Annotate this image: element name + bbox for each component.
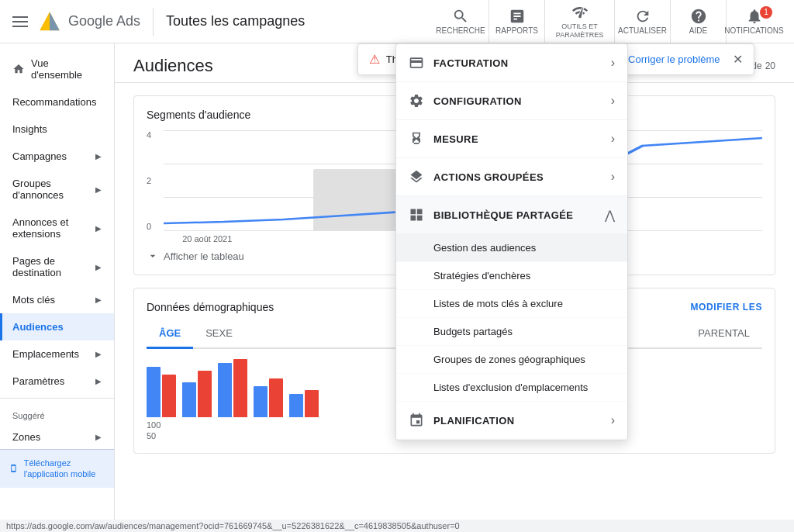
menu-actions-groupees-label: ACTIONS GROUPÉES [433,171,544,183]
logo-area: Google Ads [37,9,140,34]
groupes-zones-label: Groupes de zones géographiques [433,354,585,365]
menu-sub-listes-exclusion[interactable]: Listes d'exclusion d'emplacements [396,374,627,402]
sidebar-divider [0,398,114,399]
bar-red [305,390,319,417]
corriger-link[interactable]: Corriger le problème [628,54,720,65]
close-notification-button[interactable]: ✕ [733,52,743,67]
home-icon [12,63,25,75]
header-divider [153,8,154,36]
bar-red [233,359,247,417]
sidebar-label-insights: Insights [12,123,47,135]
sidebar-item-campagnes[interactable]: Campagnes ▶ [0,143,114,170]
google-ads-logo-icon [37,9,62,34]
sidebar-label-pages-de-destination: Pages de destination [12,255,89,278]
aide-button[interactable]: AIDE [670,0,726,43]
chart-y-labels: 4 2 0 [147,130,151,231]
tools-dropdown-menu: FACTURATION › CONFIGURATION › MESURE › A… [395,43,628,440]
sidebar-item-insights[interactable]: Insights [0,116,114,143]
menu-actions-groupees[interactable]: ACTIONS GROUPÉES › [396,158,627,196]
sidebar-item-pages-de-destination[interactable]: Pages de destination ▶ [0,247,114,286]
menu-sub-listes-mots-cles[interactable]: Listes de mots clés à exclure [396,290,627,318]
menu-planification-label: PLANIFICATION [433,415,515,427]
page-title: Audiences [133,56,213,76]
recherche-button[interactable]: RECHERCHE [433,0,488,43]
period-suffix: 20 [765,60,775,71]
bar-red [198,371,212,417]
sidebar-label-emplacements: Emplacements [12,348,79,360]
chevron-right-icon: › [611,56,615,70]
sidebar-item-recommandations[interactable]: Recommandations [0,88,114,116]
sidebar-section-suggested: Suggéré [0,402,114,423]
menu-bibliotheque-partagee[interactable]: BIBLIOTHÈQUE PARTAGÉE ⋀ [396,196,627,234]
menu-planification[interactable]: PLANIFICATION › [396,402,627,440]
menu-sub-budgets-partages[interactable]: Budgets partagés [396,318,627,346]
sidebar-item-vue-densemble[interactable]: Vue d'ensemble [0,50,114,88]
outils-button[interactable]: OUTILS ETPARAMÈTRES [544,0,614,43]
chevron-right-icon: › [611,132,615,146]
arrow-icon: ▶ [95,295,102,304]
rapports-button[interactable]: RAPPORTS [488,0,544,43]
notifications-button[interactable]: NOTIFICATIONS 1 [726,0,782,43]
download-app-bar[interactable]: Téléchargez l'application mobile [0,449,115,488]
tab-age[interactable]: ÂGE [147,320,193,349]
gestion-audiences-label: Gestion des audiences [433,242,536,254]
hamburger-menu[interactable] [12,16,28,27]
outils-label: OUTILS ETPARAMÈTRES [556,22,603,40]
arrow-icon: ▶ [95,263,102,271]
menu-sub-strategies-encheres[interactable]: Stratégies d'enchères [396,262,627,290]
bar-group-5 [289,390,319,417]
listes-exclusion-label: Listes d'exclusion d'emplacements [433,382,588,393]
demographics-title: Données démographiques [147,301,274,313]
error-icon: ⚠ [369,52,380,67]
modifier-les-button[interactable]: MODIFIER LES [690,302,762,313]
menu-configuration[interactable]: CONFIGURATION › [396,82,627,120]
bar-group-4 [254,378,283,417]
credit-card-icon [409,55,424,71]
menu-sub-gestion-audiences[interactable]: Gestion des audiences [396,234,627,262]
sidebar-label-annonces-et-extensions: Annonces et extensions [12,216,89,240]
sidebar-label-mots-cles: Mots clés [12,294,55,306]
bar-blue [218,363,232,417]
tab-sexe[interactable]: SEXE [193,320,245,349]
actualiser-button[interactable]: ACTUALISER [614,0,670,43]
sidebar-item-parametres[interactable]: Paramètres ▶ [0,368,114,395]
listes-mots-cles-label: Listes de mots clés à exclure [433,298,563,309]
help-icon [690,8,707,25]
rapports-icon [509,8,526,25]
sidebar-item-zones[interactable]: Zones ▶ [0,423,114,451]
arrow-icon: ▶ [95,433,102,441]
gear-icon [409,93,424,109]
tools-icon [571,4,589,21]
tab-parental[interactable]: PARENTAL [685,320,762,349]
status-bar: https://ads.google.com/aw/audiences/mana… [0,520,794,532]
arrow-icon: ▶ [95,377,102,385]
sidebar-item-audiences[interactable]: Audiences [0,313,114,340]
menu-sub-groupes-zones[interactable]: Groupes de zones géographiques [396,346,627,374]
menu-facturation[interactable]: FACTURATION › [396,44,627,82]
phone-icon [9,462,18,475]
sidebar-label-groupes-dannonces: Groupes d'annonces [12,178,89,201]
layers-icon [409,169,424,185]
menu-facturation-label: FACTURATION [433,57,508,69]
bar-blue [254,386,268,417]
google-ads-text: Google Ads [68,13,140,29]
campaign-title: Toutes les campagnes [166,13,433,29]
top-bar: Google Ads Toutes les campagnes RECHERCH… [0,0,794,43]
arrow-icon: ▶ [95,152,102,161]
aide-label: AIDE [689,26,707,36]
sidebar-item-mots-cles[interactable]: Mots clés ▶ [0,286,114,313]
svg-marker-1 [50,12,60,30]
chevron-down-icon [147,250,159,262]
bar-blue [182,382,196,417]
sidebar-label-recommandations: Recommandations [12,96,96,108]
sidebar-item-annonces-et-extensions[interactable]: Annonces et extensions ▶ [0,209,114,247]
sidebar-item-emplacements[interactable]: Emplacements ▶ [0,340,114,368]
arrow-icon: ▶ [95,350,102,358]
hourglass-icon [409,131,424,147]
strategies-encheres-label: Stratégies d'enchères [433,270,530,282]
sidebar-label-campagnes: Campagnes [12,150,67,162]
menu-mesure[interactable]: MESURE › [396,120,627,158]
bar-blue [147,367,161,417]
sidebar-item-groupes-dannonces[interactable]: Groupes d'annonces ▶ [0,170,114,209]
menu-bibliotheque-label: BIBLIOTHÈQUE PARTAGÉE [433,209,573,221]
